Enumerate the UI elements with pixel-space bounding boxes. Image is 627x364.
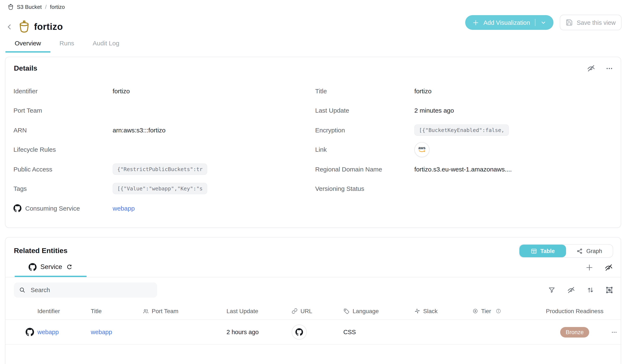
field-value: fortizo (414, 87, 432, 95)
add-related-entity-icon[interactable] (585, 263, 593, 271)
group-by-icon[interactable] (606, 286, 613, 294)
relation-direction-icon (66, 263, 73, 270)
column-last-update[interactable]: Last Update (226, 308, 292, 314)
breadcrumb-separator: / (45, 4, 47, 10)
table-toolbar (14, 282, 613, 298)
tab-audit-log[interactable]: Audit Log (83, 36, 129, 52)
field-port-team: Port Team (13, 101, 313, 120)
graph-view-button[interactable]: Graph (566, 245, 613, 257)
breadcrumb-current: fortizo (50, 4, 65, 10)
link-icon (292, 308, 298, 314)
tab-overview[interactable]: Overview (5, 36, 50, 52)
entity-bucket-icon (18, 20, 30, 33)
field-label: Port Team (13, 107, 113, 114)
field-lifecycle-rules: Lifecycle Rules (13, 140, 313, 159)
hide-columns-icon[interactable] (567, 286, 575, 294)
github-icon (13, 204, 21, 212)
button-divider (535, 19, 536, 26)
back-button[interactable] (4, 22, 14, 32)
entity-tabs: Overview Runs Audit Log (5, 36, 129, 52)
page-header: fortizo (4, 15, 63, 39)
details-card: Details Identifier fortizo (5, 57, 621, 228)
plus-icon (472, 19, 479, 26)
save-view-button[interactable]: Save this view (560, 15, 622, 30)
field-title: Title fortizo (315, 81, 621, 101)
hide-empty-values-icon[interactable] (587, 64, 595, 73)
view-toggle: Table Graph (519, 244, 613, 258)
field-arn: ARN arn:aws:s3:::fortizo (13, 120, 313, 140)
filter-icon[interactable] (548, 286, 556, 294)
search-box[interactable] (14, 282, 157, 298)
related-entities-card: Related Entities Table Graph (5, 237, 621, 364)
save-view-label: Save this view (577, 19, 616, 26)
breadcrumb: S3 Bucket / fortizo (7, 4, 65, 10)
column-port-team[interactable]: Port Team (143, 308, 226, 314)
column-title[interactable]: Title (91, 308, 143, 314)
search-input[interactable] (30, 286, 152, 294)
column-production-readiness[interactable]: Production Readiness (542, 308, 607, 314)
field-link: Link aws (315, 140, 621, 159)
add-visualization-button[interactable]: Add Visualization (466, 15, 554, 30)
details-title: Details (14, 64, 37, 72)
row-identifier-link[interactable]: webapp (37, 329, 59, 335)
field-label: Regional Domain Name (315, 166, 414, 173)
chevron-left-icon (5, 22, 13, 31)
details-menu-icon[interactable] (606, 64, 613, 72)
table-header-row: Identifier Title Port Team Last Update (5, 303, 621, 320)
field-consuming-service: Consuming Service webapp (13, 198, 313, 218)
field-public-access: Public Access {"RestrictPublicBuckets":t… (13, 159, 313, 179)
field-label: Title (315, 87, 414, 95)
table-icon (531, 248, 537, 254)
info-icon[interactable] (495, 308, 501, 314)
json-value-chip[interactable]: {"RestrictPublicBuckets":tr (113, 163, 207, 175)
aws-link-icon[interactable]: aws (414, 142, 429, 157)
field-identifier: Identifier fortizo (13, 81, 313, 101)
tab-service-label: Service (40, 263, 62, 271)
field-label: Versioning Status (315, 185, 414, 192)
search-icon (19, 287, 26, 293)
table-row[interactable]: webapp webapp 2 hours ago CSS Bronze (5, 320, 621, 345)
json-value-chip[interactable]: [{"BucketKeyEnabled":false, (414, 124, 509, 136)
chevron-down-icon (541, 20, 547, 25)
column-slack[interactable]: Slack (414, 308, 472, 314)
row-title-link[interactable]: webapp (91, 329, 112, 335)
field-value: fortizo.s3.eu-west-1.amazonaws.... (414, 166, 512, 173)
team-icon (143, 308, 149, 314)
field-label: Last Update (315, 107, 414, 114)
page-title: fortizo (34, 21, 63, 32)
field-versioning-status: Versioning Status (315, 179, 621, 198)
row-url-github-icon[interactable] (292, 324, 307, 340)
column-url[interactable]: URL (292, 308, 343, 314)
field-last-update: Last Update 2 minutes ago (315, 101, 621, 120)
field-label: Lifecycle Rules (13, 146, 113, 153)
tab-runs[interactable]: Runs (50, 36, 83, 52)
add-visualization-label: Add Visualization (483, 19, 530, 26)
target-icon (472, 308, 478, 314)
production-readiness-badge: Bronze (560, 327, 589, 337)
breadcrumb-type[interactable]: S3 Bucket (17, 4, 42, 10)
row-last-update: 2 hours ago (226, 329, 292, 335)
row-language: CSS (343, 329, 414, 335)
details-card-header: Details (5, 57, 621, 73)
hide-empty-columns-icon[interactable] (604, 263, 613, 272)
field-label: Public Access (13, 166, 113, 173)
consuming-service-link[interactable]: webapp (113, 205, 135, 212)
field-value: arn:aws:s3:::fortizo (113, 127, 165, 134)
field-label: Encryption (315, 127, 414, 134)
field-label: ARN (13, 127, 113, 134)
column-identifier[interactable]: Identifier (37, 308, 91, 314)
column-language[interactable]: Language (343, 308, 414, 314)
tag-icon (343, 308, 350, 314)
details-fields: Identifier fortizo Port Team ARN arn:aws… (5, 73, 621, 218)
sort-icon[interactable] (587, 286, 594, 294)
related-entities-table: Identifier Title Port Team Last Update (5, 303, 621, 345)
graph-icon (576, 248, 583, 254)
field-tags: Tags [{"Value":"webapp","Key":"s (13, 179, 313, 198)
related-card-header: Related Entities Table Graph (5, 237, 621, 258)
column-tier[interactable]: Tier (472, 308, 542, 314)
json-value-chip[interactable]: [{"Value":"webapp","Key":"s (113, 183, 207, 194)
tab-service[interactable]: Service (15, 258, 87, 277)
field-label: Link (315, 146, 414, 153)
row-menu-icon[interactable] (611, 329, 617, 335)
table-view-button[interactable]: Table (520, 245, 566, 257)
